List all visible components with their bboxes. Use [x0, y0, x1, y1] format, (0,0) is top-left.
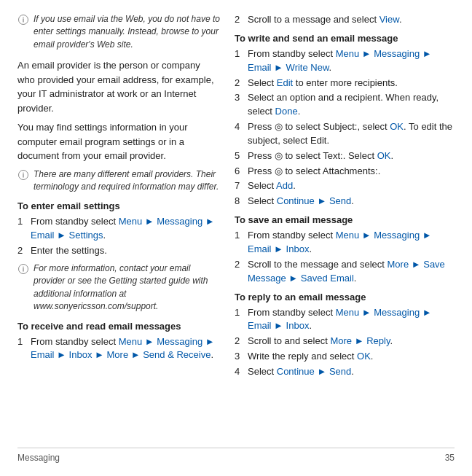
- content-area: If you use email via the Web, you do not…: [17, 13, 455, 440]
- section-heading-1: To enter email settings: [17, 200, 220, 211]
- section-heading-reply: To reply to an email message: [235, 292, 455, 303]
- step-1-2: 2 Enter the settings.: [17, 244, 220, 258]
- step-save-1: 1 From standby select Menu ► Messaging ►…: [235, 229, 455, 257]
- step-ws-5: 5 Press ◎ to select Text:. Select OK.: [235, 149, 455, 163]
- step-ws-7: 7 Select Add.: [235, 179, 455, 193]
- footer-section-label: Messaging: [17, 453, 60, 463]
- note-block-2: There are many different email providers…: [17, 168, 220, 194]
- info-icon-1: [17, 14, 29, 26]
- step-ws-2: 2 Select Edit to enter more recipients.: [235, 77, 455, 90]
- step-reply-2: 2 Scroll to and select More ► Reply.: [235, 335, 455, 348]
- steps-reply-email: 1 From standby select Menu ► Messaging ►…: [235, 306, 455, 379]
- step-reply-3: 3 Write the reply and select OK.: [235, 350, 455, 364]
- step-reply-4: 4 Select Continue ► Send.: [235, 365, 455, 379]
- step-ws-3: 3 Select an option and a recipient. When…: [235, 91, 455, 119]
- steps-enter-email-settings: 1 From standby select Menu ► Messaging ►…: [17, 215, 220, 258]
- steps-scroll-view: 2 Scroll to a message and select View.: [235, 13, 455, 27]
- step-1-1: 1 From standby select Menu ► Messaging ►…: [17, 215, 220, 243]
- section-heading-save: To save an email message: [235, 214, 455, 225]
- step-reply-1: 1 From standby select Menu ► Messaging ►…: [235, 306, 455, 334]
- step-2-1-blue: Menu ► Messaging ► Email ► Inbox ► More …: [31, 336, 215, 361]
- steps-save-email: 1 From standby select Menu ► Messaging ►…: [235, 229, 455, 285]
- step-scroll-view-blue: View: [379, 14, 399, 25]
- info-icon-3: [17, 263, 29, 275]
- note-block-3: For more information, contact your email…: [17, 262, 220, 313]
- left-column: If you use email via the Web, you do not…: [17, 13, 229, 440]
- section-heading-write-send: To write and send an email message: [235, 33, 455, 44]
- step-ws-1: 1 From standby select Menu ► Messaging ►…: [235, 47, 455, 75]
- svg-point-5: [23, 172, 23, 173]
- footer-page-number: 35: [445, 453, 455, 463]
- note-block-1: If you use email via the Web, you do not…: [17, 13, 220, 51]
- paragraph-1: An email provider is the person or compa…: [17, 58, 220, 115]
- step-scroll-view: 2 Scroll to a message and select View.: [235, 13, 455, 27]
- svg-point-2: [23, 17, 23, 18]
- step-ws-4: 4 Press ◎ to select Subject:, select OK.…: [235, 120, 455, 148]
- svg-point-8: [23, 266, 23, 267]
- note-text-3: For more information, contact your email…: [34, 262, 220, 313]
- section-heading-2: To receive and read email messages: [17, 321, 220, 332]
- paragraph-2: You may find settings information in you…: [17, 120, 220, 163]
- step-1-1-blue: Menu ► Messaging ► Email ► Settings: [31, 216, 215, 241]
- note-text-2: There are many different email providers…: [34, 168, 220, 194]
- steps-write-send: 1 From standby select Menu ► Messaging ►…: [235, 47, 455, 208]
- footer: Messaging 35: [17, 448, 455, 463]
- note-text-1: If you use email via the Web, you do not…: [34, 13, 220, 51]
- step-save-2: 2 Scroll to the message and select More …: [235, 258, 455, 286]
- step-2-1: 1 From standby select Menu ► Messaging ►…: [17, 335, 220, 363]
- page: If you use email via the Web, you do not…: [0, 0, 472, 476]
- step-ws-6: 6 Press ◎ to select Attachments:.: [235, 165, 455, 179]
- right-column: 2 Scroll to a message and select View. T…: [229, 13, 455, 440]
- info-icon-2: [17, 169, 29, 181]
- steps-receive-read: 1 From standby select Menu ► Messaging ►…: [17, 335, 220, 363]
- step-ws-8: 8 Select Continue ► Send.: [235, 195, 455, 208]
